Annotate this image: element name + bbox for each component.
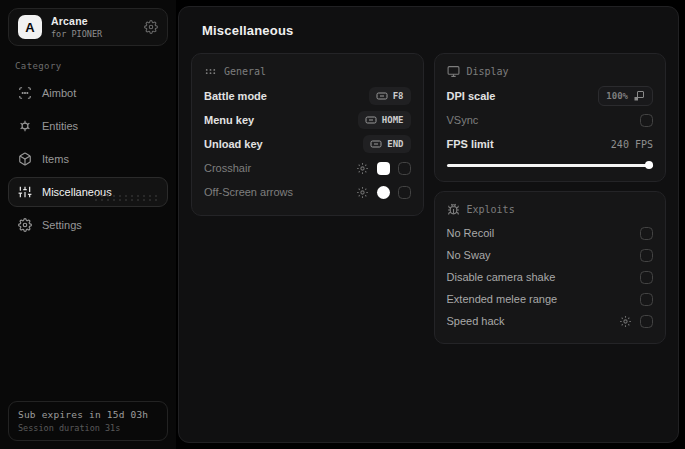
monitor-icon — [447, 65, 460, 78]
setting-row-disable-camera-shake: Disable camera shake — [447, 266, 654, 288]
general-card-title: General — [224, 66, 266, 77]
crosshair-options-gear-icon[interactable] — [356, 162, 369, 175]
setting-label: Disable camera shake — [447, 271, 556, 283]
keybind-chip-battle-mode[interactable]: F8 — [369, 87, 411, 105]
offscreen-color-swatch[interactable] — [377, 186, 390, 199]
display-card-title: Display — [467, 66, 509, 77]
keyboard-key-icon — [376, 90, 388, 102]
display-card-header: Display — [447, 65, 654, 78]
gear-icon — [18, 218, 32, 232]
fps-limit-value: 240 FPS — [611, 139, 653, 150]
keybind-chip-menu-key[interactable]: HOME — [358, 111, 411, 129]
setting-label: Speed hack — [447, 315, 505, 327]
exploits-card: Exploits No Recoil No Sway Disable camer… — [434, 191, 667, 344]
setting-label: No Recoil — [447, 227, 495, 239]
setting-row-fps-limit: FPS limit 240 FPS — [447, 132, 654, 156]
items-package-icon — [18, 152, 32, 166]
offscreen-options-gear-icon[interactable] — [356, 186, 369, 199]
disable-camera-shake-checkbox[interactable] — [640, 271, 653, 284]
bug-icon — [447, 203, 460, 216]
setting-row-battle-mode: Battle mode F8 — [204, 84, 411, 108]
slider-knob[interactable] — [645, 161, 653, 169]
vsync-checkbox[interactable] — [640, 114, 653, 127]
setting-label: Extended melee range — [447, 293, 558, 305]
crosshair-color-swatch[interactable] — [377, 162, 390, 175]
crosshair-checkbox[interactable] — [398, 162, 411, 175]
main-panel: Miscellaneous General Battle mode — [178, 6, 679, 443]
general-card: General Battle mode F8 Menu key — [191, 53, 424, 216]
keybind-value: HOME — [382, 115, 404, 125]
no-recoil-checkbox[interactable] — [640, 227, 653, 240]
app-window: A Arcane for PIONER Category Aimbot Enti… — [0, 0, 685, 449]
sidebar-item-entities[interactable]: Entities — [8, 111, 168, 141]
entities-icon — [18, 119, 32, 133]
setting-label: No Sway — [447, 249, 491, 261]
setting-label: Menu key — [204, 114, 254, 126]
setting-label: Off-Screen arrows — [204, 186, 293, 198]
setting-label: Crosshair — [204, 162, 251, 174]
right-column: Display DPI scale 100% VSync — [434, 53, 667, 344]
slider-fill — [447, 164, 654, 167]
grid-dots-icon — [204, 65, 217, 78]
setting-row-dpi-scale: DPI scale 100% — [447, 84, 654, 108]
setting-label: Battle mode — [204, 90, 267, 102]
extended-melee-range-checkbox[interactable] — [640, 293, 653, 306]
sidebar-item-label: Entities — [42, 120, 78, 132]
subscription-card: Sub expires in 15d 03h Session duration … — [8, 401, 168, 441]
setting-label: VSync — [447, 114, 479, 126]
setting-row-offscreen-arrows: Off-Screen arrows — [204, 180, 411, 204]
sidebar-item-label: Aimbot — [42, 87, 76, 99]
sidebar-item-aimbot[interactable]: Aimbot — [8, 78, 168, 108]
setting-row-menu-key: Menu key HOME — [204, 108, 411, 132]
keybind-value: F8 — [393, 91, 404, 101]
app-logo: A — [18, 15, 42, 39]
page-title: Miscellaneous — [202, 23, 666, 38]
dotted-texture — [93, 194, 159, 203]
sub-expiry-text: Sub expires in 15d 03h — [18, 409, 158, 420]
session-duration-text: Session duration 31s — [18, 423, 158, 433]
setting-row-vsync: VSync — [447, 108, 654, 132]
setting-label: Unload key — [204, 138, 263, 150]
setting-row-crosshair: Crosshair — [204, 156, 411, 180]
sidebar-item-miscellaneous[interactable]: Miscellaneous — [8, 177, 168, 207]
category-label: Category — [15, 61, 168, 71]
keybind-value: END — [387, 139, 403, 149]
setting-label: DPI scale — [447, 90, 496, 102]
brand-text: Arcane for PIONER — [51, 15, 102, 39]
fps-limit-slider[interactable] — [447, 161, 654, 170]
main-area: Miscellaneous General Battle mode — [176, 0, 685, 449]
sliders-icon — [18, 185, 32, 199]
keyboard-key-icon — [365, 114, 377, 126]
exploits-card-title: Exploits — [467, 204, 515, 215]
setting-row-extended-melee-range: Extended melee range — [447, 288, 654, 310]
app-name: Arcane — [51, 15, 102, 27]
no-sway-checkbox[interactable] — [640, 249, 653, 262]
setting-label: FPS limit — [447, 138, 494, 150]
app-subtitle: for PIONER — [51, 29, 102, 39]
scale-icon — [633, 90, 645, 102]
general-card-header: General — [204, 65, 411, 78]
brand-settings-gear-icon[interactable] — [144, 20, 158, 34]
setting-row-no-sway: No Sway — [447, 244, 654, 266]
setting-row-no-recoil: No Recoil — [447, 222, 654, 244]
keyboard-key-icon — [370, 138, 382, 150]
speed-hack-options-gear-icon[interactable] — [619, 315, 632, 328]
display-card: Display DPI scale 100% VSync — [434, 53, 667, 182]
exploits-card-header: Exploits — [447, 203, 654, 216]
left-column: General Battle mode F8 Menu key — [191, 53, 424, 216]
aimbot-scan-icon — [18, 86, 32, 100]
speed-hack-checkbox[interactable] — [640, 315, 653, 328]
keybind-chip-unload-key[interactable]: END — [363, 135, 410, 153]
sidebar-item-items[interactable]: Items — [8, 144, 168, 174]
brand-card: A Arcane for PIONER — [8, 8, 168, 46]
setting-row-unload-key: Unload key END — [204, 132, 411, 156]
setting-row-speed-hack: Speed hack — [447, 310, 654, 332]
sidebar: A Arcane for PIONER Category Aimbot Enti… — [0, 0, 176, 449]
sidebar-item-label: Settings — [42, 219, 82, 231]
dpi-scale-value: 100% — [606, 91, 628, 101]
offscreen-checkbox[interactable] — [398, 186, 411, 199]
sidebar-item-label: Items — [42, 153, 69, 165]
sidebar-item-settings[interactable]: Settings — [8, 210, 168, 240]
dpi-scale-select[interactable]: 100% — [598, 86, 653, 106]
